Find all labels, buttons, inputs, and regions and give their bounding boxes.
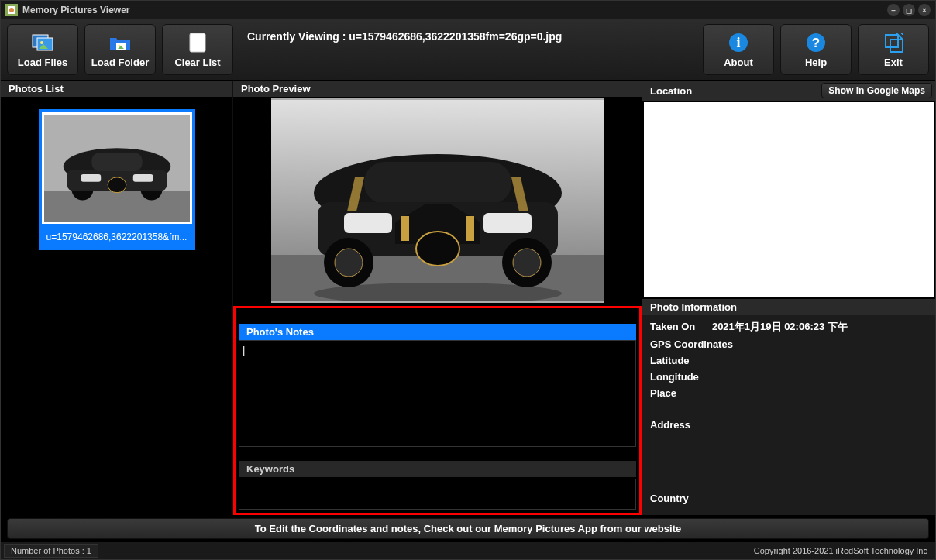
- svg-point-24: [108, 177, 126, 193]
- load-folder-button[interactable]: Load Folder: [84, 24, 156, 75]
- help-label: Help: [805, 57, 827, 68]
- load-files-button[interactable]: Load Files: [7, 24, 78, 75]
- photos-notes-header: Photo's Notes: [239, 324, 636, 340]
- photo-count: Number of Photos : 1: [4, 544, 98, 558]
- map-area[interactable]: [644, 102, 934, 297]
- taken-on-value: 2021年1月19日 02:06:23 下午: [712, 320, 848, 334]
- gps-row: GPS Coordinates: [650, 338, 927, 350]
- location-label: Location: [650, 85, 692, 97]
- keywords-input[interactable]: [239, 479, 636, 510]
- place-row: Place: [650, 387, 927, 399]
- svg-rect-14: [890, 40, 903, 52]
- preview-image: [271, 98, 604, 303]
- notes-keywords-region: Photo's Notes Keywords: [233, 306, 642, 515]
- photos-notes-textarea[interactable]: [239, 340, 636, 447]
- preview-header: Photo Preview: [233, 81, 642, 97]
- svg-point-33: [335, 249, 363, 277]
- currently-viewing: Currently Viewing : u=1579462686,3622201…: [239, 24, 697, 75]
- folder-icon: [108, 32, 132, 53]
- taken-on-label: Taken On: [650, 321, 695, 332]
- photos-list-header: Photos List: [1, 81, 232, 97]
- clear-list-button[interactable]: Clear List: [162, 24, 233, 75]
- help-icon: ?: [804, 32, 828, 53]
- exit-label: Exit: [884, 57, 903, 68]
- photos-list-body[interactable]: u=1579462686,3622201358&fm...: [1, 97, 232, 515]
- country-row: Country: [650, 493, 927, 504]
- svg-text:?: ?: [812, 36, 820, 50]
- show-google-maps-button[interactable]: Show in Google Maps: [821, 83, 932, 98]
- svg-rect-8: [190, 33, 205, 52]
- thumbnail-image: [42, 112, 192, 224]
- svg-point-5: [40, 41, 43, 44]
- photo-info-header: Photo Information: [642, 299, 935, 315]
- maximize-button[interactable]: ◻: [903, 4, 915, 16]
- svg-rect-13: [886, 35, 898, 47]
- latitude-row: Latitude: [650, 355, 927, 366]
- keywords-header: Keywords: [239, 461, 636, 477]
- svg-rect-23: [132, 174, 153, 182]
- clear-list-label: Clear List: [174, 57, 220, 68]
- pictures-icon: [31, 32, 54, 53]
- toolbar: Load Files Load Folder Clear List Curren…: [1, 19, 935, 81]
- taken-on-row: Taken On 2021年1月19日 02:06:23 下午: [650, 320, 927, 334]
- svg-point-37: [416, 232, 459, 266]
- load-folder-label: Load Folder: [91, 57, 149, 68]
- preview-panel: Photo Preview: [233, 81, 642, 515]
- photo-info-body: Taken On 2021年1月19日 02:06:23 下午 GPS Coor…: [642, 315, 935, 515]
- title-bar: Memory Pictures Viewer – ◻ ×: [1, 1, 935, 19]
- app-icon: [5, 4, 18, 16]
- preview-body: [233, 97, 642, 304]
- svg-rect-36: [483, 213, 532, 233]
- load-files-label: Load Files: [18, 57, 67, 68]
- svg-point-34: [513, 249, 541, 277]
- minimize-button[interactable]: –: [887, 4, 900, 16]
- close-button[interactable]: ×: [918, 4, 931, 16]
- svg-text:i: i: [736, 35, 740, 50]
- address-row: Address: [650, 419, 927, 431]
- status-bar: Number of Photos : 1 Copyright 2016-2021…: [1, 542, 935, 559]
- exit-button[interactable]: Exit: [858, 24, 929, 75]
- help-button[interactable]: ? Help: [780, 24, 852, 75]
- about-label: About: [724, 57, 753, 68]
- viewing-prefix: Currently Viewing :: [247, 30, 349, 43]
- photo-thumbnail[interactable]: u=1579462686,3622201358&fm...: [39, 109, 195, 250]
- longitude-row: Longitude: [650, 371, 927, 383]
- copyright: Copyright 2016-2021 iRedSoft Technology …: [746, 546, 935, 555]
- location-header: Location Show in Google Maps: [642, 81, 935, 101]
- svg-rect-16: [44, 191, 190, 222]
- svg-rect-21: [91, 153, 142, 171]
- about-button[interactable]: i About: [703, 24, 774, 75]
- photos-list-panel: Photos List: [1, 81, 233, 515]
- exit-icon: [882, 32, 905, 53]
- svg-rect-29: [364, 162, 511, 204]
- blank-page-icon: [186, 32, 209, 53]
- right-column: Location Show in Google Maps Photo Infor…: [642, 81, 935, 515]
- footer-message: To Edit the Coordinates and notes, Check…: [7, 518, 929, 539]
- svg-rect-22: [81, 174, 101, 182]
- svg-rect-39: [466, 216, 474, 241]
- svg-point-2: [9, 8, 14, 12]
- svg-rect-35: [344, 213, 392, 233]
- thumbnail-label: u=1579462686,3622201358&fm...: [42, 224, 192, 247]
- info-icon: i: [727, 32, 750, 53]
- viewing-filename: u=1579462686,3622201358fm=26gp=0.jpg: [349, 30, 562, 43]
- app-title: Memory Pictures Viewer: [22, 5, 130, 15]
- svg-rect-38: [401, 216, 409, 241]
